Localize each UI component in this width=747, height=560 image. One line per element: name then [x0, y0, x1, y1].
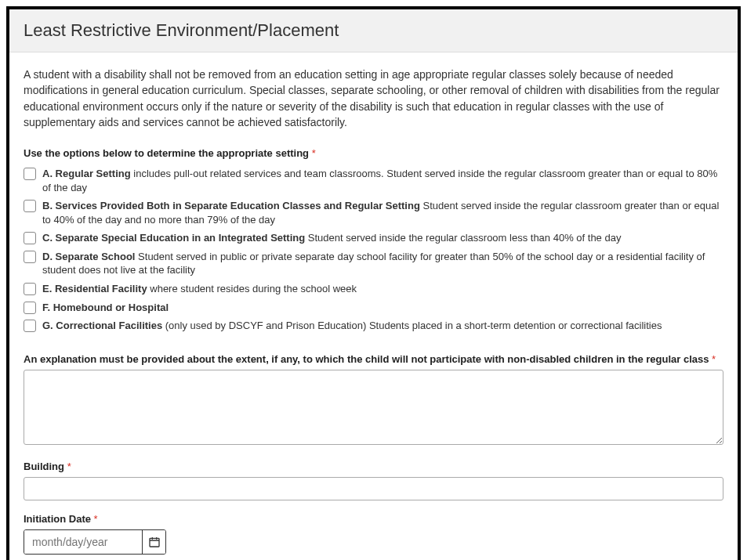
- checkbox-option-g[interactable]: [24, 320, 36, 332]
- explanation-textarea[interactable]: [24, 370, 723, 445]
- initiation-date-label: Initiation Date *: [24, 513, 723, 525]
- explanation-label: An explanation must be provided about th…: [24, 353, 723, 365]
- building-label: Building *: [24, 461, 723, 472]
- explanation-field: An explanation must be provided about th…: [24, 353, 723, 448]
- form-frame: Least Restrictive Environment/Placement …: [6, 6, 741, 560]
- option-lead: G. Correctional Facilities: [42, 320, 162, 331]
- option-lead: B. Services Provided Both in Separate Ed…: [42, 200, 420, 211]
- building-field: Building *: [24, 461, 723, 500]
- option-rest: includes pull-out related services and t…: [42, 168, 717, 193]
- option-text: A. Regular Setting includes pull-out rel…: [42, 167, 723, 194]
- building-input[interactable]: [24, 477, 723, 500]
- initiation-date-field: Initiation Date *: [24, 513, 723, 555]
- required-marker: *: [312, 147, 316, 159]
- options-group: A. Regular Setting includes pull-out rel…: [24, 167, 723, 332]
- checkbox-option-b[interactable]: [24, 200, 36, 212]
- option-text: G. Correctional Facilities (only used by…: [42, 319, 723, 333]
- option-text: D. Separate School Student served in pub…: [42, 250, 723, 277]
- option-rest: Student served in public or private sepa…: [42, 251, 705, 276]
- option-lead: E. Residential Facility: [42, 283, 147, 294]
- option-lead: F. Homebound or Hospital: [42, 302, 169, 313]
- svg-rect-0: [150, 538, 159, 547]
- checkbox-option-a[interactable]: [24, 168, 36, 180]
- initiation-date-input[interactable]: [24, 530, 142, 554]
- option-row: D. Separate School Student served in pub…: [24, 250, 723, 277]
- building-label-text: Building: [24, 461, 64, 472]
- required-marker: *: [67, 461, 71, 472]
- option-lead: A. Regular Setting: [42, 168, 131, 179]
- page-title: Least Restrictive Environment/Placement: [24, 20, 723, 41]
- option-rest: (only used by DSCYF and Prison Education…: [162, 320, 662, 331]
- option-row: G. Correctional Facilities (only used by…: [24, 319, 723, 333]
- option-rest: where student resides during the school …: [147, 283, 357, 294]
- required-marker: *: [712, 353, 716, 365]
- form-header: Least Restrictive Environment/Placement: [9, 9, 738, 52]
- option-text: B. Services Provided Both in Separate Ed…: [42, 199, 723, 226]
- option-lead: D. Separate School: [42, 251, 135, 262]
- option-text: F. Homebound or Hospital: [42, 301, 723, 315]
- option-row: C. Separate Special Education in an Inte…: [24, 231, 723, 245]
- intro-paragraph: A student with a disability shall not be…: [24, 67, 723, 130]
- explanation-label-text: An explanation must be provided about th…: [24, 353, 709, 365]
- option-row: B. Services Provided Both in Separate Ed…: [24, 199, 723, 226]
- options-label-text: Use the options below to determine the a…: [24, 147, 309, 159]
- initiation-date-wrap: [24, 529, 166, 555]
- option-row: A. Regular Setting includes pull-out rel…: [24, 167, 723, 194]
- option-text: C. Separate Special Education in an Inte…: [42, 231, 723, 245]
- option-row: F. Homebound or Hospital: [24, 301, 723, 315]
- checkbox-option-f[interactable]: [24, 302, 36, 314]
- option-text: E. Residential Facility where student re…: [42, 282, 723, 296]
- required-marker: *: [94, 513, 98, 525]
- option-rest: Student served inside the regular classr…: [305, 232, 621, 244]
- form-content: A student with a disability shall not be…: [9, 52, 738, 560]
- initiation-date-label-text: Initiation Date: [24, 513, 91, 525]
- calendar-button[interactable]: [142, 530, 165, 554]
- option-row: E. Residential Facility where student re…: [24, 282, 723, 296]
- options-section-label: Use the options below to determine the a…: [24, 147, 723, 159]
- option-lead: C. Separate Special Education in an Inte…: [42, 232, 305, 244]
- checkbox-option-c[interactable]: [24, 232, 36, 244]
- checkbox-option-e[interactable]: [24, 283, 36, 295]
- calendar-icon: [148, 536, 161, 548]
- checkbox-option-d[interactable]: [24, 251, 36, 263]
